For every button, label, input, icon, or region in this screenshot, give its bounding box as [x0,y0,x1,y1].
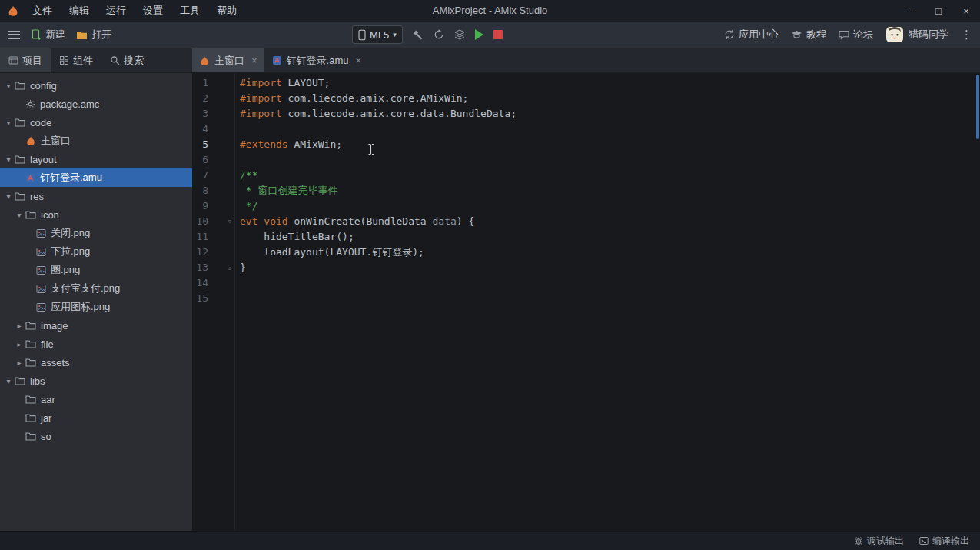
code-line: #extends AMixWin; [240,137,980,152]
tree-item[interactable]: so [0,427,192,445]
project-tree: ▾configpackage.amc▾code主窗口▾layout钉钉登录.am… [0,73,192,531]
tree-item[interactable]: 关闭.png [0,224,192,242]
phone-icon [358,29,366,41]
folder-icon [25,358,36,367]
minimize-button[interactable]: — [897,0,925,22]
line-number: 13▵ [192,260,234,275]
tree-item[interactable]: 圈.png [0,261,192,279]
new-file-icon [31,29,42,40]
line-number: 10▿ [192,214,234,229]
folder-icon [25,395,36,404]
folder-icon [25,432,36,441]
panel-tab-search[interactable]: 搜索 [101,48,152,72]
tab-row: 项目组件搜索 主窗口×钉钉登录.amu× [0,48,980,73]
tree-item[interactable]: ▸image [0,316,192,335]
run-button[interactable] [475,29,483,40]
folder-icon [15,192,25,201]
layers-icon[interactable] [454,29,465,40]
menu-item[interactable]: 文件 [24,0,61,22]
menu-item[interactable]: 运行 [98,0,135,22]
editor-scrollbar[interactable] [976,75,979,139]
folder-icon [15,155,25,164]
line-number: 2 [192,91,234,106]
close-icon[interactable]: × [356,55,362,66]
avatar [885,26,904,43]
tree-item[interactable]: ▸file [0,335,192,353]
app-center-button[interactable]: 应用中心 [724,28,779,42]
tree-item[interactable]: ▾res [0,187,192,205]
tree-item[interactable]: 钉钉登录.amu [0,168,192,187]
line-number: 5 [192,137,234,152]
menu-item[interactable]: 编辑 [61,0,98,22]
chevron-down-icon[interactable]: ▾ [5,377,12,385]
line-number: 12 [192,245,234,260]
chevron-down-icon[interactable]: ▾ [5,192,12,201]
fold-open-icon[interactable]: ▿ [228,214,232,229]
image-icon [36,247,46,257]
statusbar: 调试输出 编译输出 [0,531,980,550]
open-button[interactable]: 打开 [76,28,111,42]
toolbar-right: 应用中心教程论坛 猎码同学 ⋮ [724,26,980,43]
tree-item[interactable]: ▸assets [0,353,192,372]
hamburger-menu-icon[interactable] [8,31,20,39]
tutorials-button[interactable]: 教程 [791,28,826,42]
close-button[interactable]: × [952,0,980,22]
chevron-down-icon[interactable]: ▾ [15,211,23,219]
menu-item[interactable]: 工具 [171,0,208,22]
tree-item[interactable]: 下拉.png [0,242,192,261]
menu-item[interactable]: 帮助 [208,0,245,22]
fold-close-icon[interactable]: ▵ [228,260,232,275]
forum-button[interactable]: 论坛 [839,28,873,42]
editor-tab[interactable]: 主窗口× [192,48,264,72]
search-icon [110,55,120,65]
menubar: 文件编辑运行设置工具帮助 [24,0,245,22]
close-icon[interactable]: × [251,55,257,66]
chevron-down-icon[interactable]: ▾ [5,118,12,127]
code-line: #import LAYOUT; [240,75,980,91]
new-button[interactable]: 新建 [31,28,65,42]
panel-tab-components[interactable]: 组件 [51,48,101,72]
image-icon [36,228,46,238]
folder-icon [25,210,36,219]
forum-icon [839,30,849,40]
compile-output-button[interactable]: 编译输出 [919,535,969,548]
tree-item[interactable]: ▾libs [0,372,192,390]
device-selector[interactable]: MI 5 ▾ [352,25,403,44]
tree-item[interactable]: aar [0,390,192,408]
maximize-button[interactable]: □ [925,0,952,22]
more-menu-icon[interactable]: ⋮ [961,28,972,42]
chevron-right-icon[interactable]: ▸ [15,358,23,367]
debug-output-button[interactable]: 调试输出 [854,535,904,548]
titlebar: 文件编辑运行设置工具帮助 AMixProject - AMix Studio —… [0,0,980,22]
folder-icon [25,321,36,330]
tree-item[interactable]: ▾layout [0,150,192,168]
editor-gutter: 12345678910▿111213▵1415 [192,73,235,531]
tree-item[interactable]: jar [0,408,192,427]
chevron-down-icon[interactable]: ▾ [5,82,12,90]
stop-button[interactable] [493,30,503,39]
tree-item[interactable]: 主窗口 [0,132,192,150]
tree-item[interactable]: package.amc [0,95,192,113]
menu-item[interactable]: 设置 [135,0,171,22]
components-icon [59,55,69,65]
tree-item[interactable]: ▾code [0,113,192,132]
account-button[interactable]: 猎码同学 [885,26,948,43]
tree-item[interactable]: 支付宝支付.png [0,279,192,298]
build-icon[interactable] [413,29,424,40]
tree-item[interactable]: ▾icon [0,205,192,224]
line-number: 11 [192,229,234,245]
panel-tab-project[interactable]: 项目 [0,48,51,72]
window-title: AMixProject - AMix Studio [433,0,548,22]
editor-tab[interactable]: 钉钉登录.amu× [265,48,369,72]
appcenter-icon [724,29,735,40]
chevron-right-icon[interactable]: ▸ [15,322,23,330]
line-number: 1 [192,75,234,91]
refresh-icon[interactable] [434,29,444,40]
tree-item[interactable]: 应用图标.png [0,298,192,316]
tree-item[interactable]: ▾config [0,76,192,95]
app-logo-icon [7,5,19,17]
chevron-right-icon[interactable]: ▸ [15,340,23,348]
code-line [240,122,980,137]
editor-code[interactable]: #import LAYOUT;#import com.liecode.amix.… [235,73,980,531]
chevron-down-icon[interactable]: ▾ [5,155,12,164]
